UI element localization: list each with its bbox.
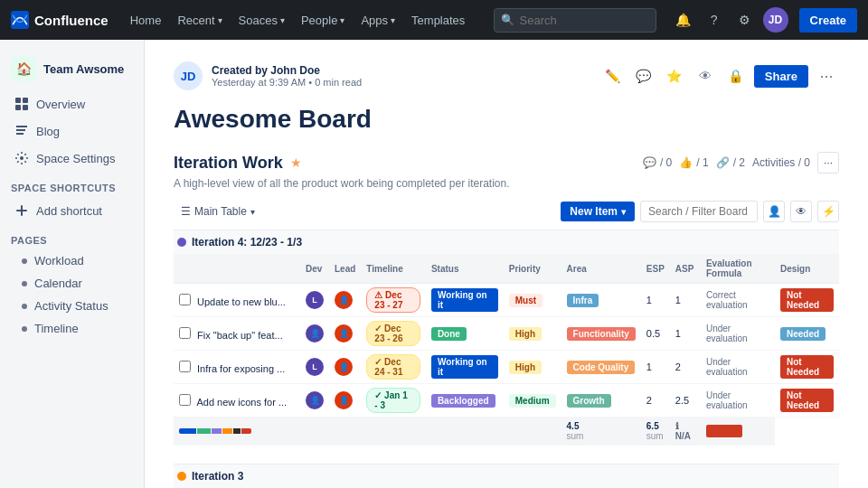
svg-rect-4 [23,105,28,110]
col-area: Area [561,254,641,284]
sidebar: 🏠 Team Awsome Overview Blog Space Settin… [0,40,145,488]
author-timestamp: Yesterday at 9:39 AM • 0 min read [212,77,362,88]
lead-cell: 👤 [329,317,361,351]
sidebar-item-space-settings[interactable]: Space Settings [4,145,140,172]
nav-home[interactable]: Home [123,10,169,31]
edit-button[interactable]: ✏️ [600,63,626,89]
avatar-filter-button[interactable]: 👤 [763,201,785,222]
iteration-work-header: Iteration Work ★ 💬 / 0 👍 / 1 🔗 / 2 Activ… [174,152,839,174]
nav-recent[interactable]: Recent ▾ [170,10,229,31]
iteration-3-block: Iteration 3 Dev Lead Timeline Status Pri… [174,464,839,488]
top-navigation: Confluence Home Recent ▾ Soaces ▾ People… [0,0,868,40]
meta-activities: Activities / 0 [752,156,810,169]
area-cell: Code Quality [561,351,641,384]
status-cell: Backlogged [426,384,504,418]
iteration-4-dot [177,238,186,247]
sidebar-item-calendar[interactable]: Calendar [0,272,144,295]
table-row[interactable]: Fix "back up" feat... 👤 👤 ✓ Dec 23 - 26 … [174,317,839,351]
bullet-dot [22,304,27,309]
add-shortcut-button[interactable]: Add shortcut [4,197,140,224]
priority-cell: Medium [504,384,561,418]
filter-button[interactable]: ⚡ [817,201,839,222]
search-input[interactable] [494,8,656,33]
meta-links: 🔗 / 2 [716,156,745,169]
dev-cell: 👤 [300,384,329,418]
logo-text: Confluence [34,13,108,28]
eval-cell: Correct evaluation [701,284,775,317]
task-checkbox[interactable] [179,327,191,339]
nav-apps[interactable]: Apps ▾ [354,10,402,31]
priority-cell: Must [504,284,561,317]
help-button[interactable]: ? [702,7,727,33]
eval-cell: Under evaluation [701,351,775,384]
nav-soaces[interactable]: Soaces ▾ [231,10,292,31]
sum-row: 4.5sum 6.5sum ℹ N/A [174,418,839,446]
table-icon: ☰ [181,205,191,218]
task-cell: Update to new blu... [174,284,300,317]
nav-templates[interactable]: Templates [404,10,472,31]
table-action-buttons: New Item ▾ 👤 👁 ⚡ [561,201,839,222]
col-status: Status [426,254,504,284]
author-bar: JD Created by John Doe Yesterday at 9:39… [174,61,839,90]
create-button[interactable]: Create [799,8,857,33]
restrict-button[interactable]: 🔒 [723,63,749,89]
settings-button[interactable]: ⚙ [732,7,758,33]
meta-comments: 💬 / 0 [643,156,672,169]
nav-icon-buttons: 🔔 ? ⚙ JD [671,7,788,33]
table-row[interactable]: Add new icons for ... 👤 👤 ✓ Jan 1 - 3 Ba… [174,384,839,418]
asp-cell: 1 [670,284,701,317]
bullet-dot [22,258,27,264]
iteration-4-table: Dev Lead Timeline Status Priority Area E… [174,254,839,446]
nav-people[interactable]: People ▾ [294,10,352,31]
task-checkbox[interactable] [179,361,191,372]
col-asp: ASP [670,254,701,284]
comment-button[interactable]: 💬 [631,63,656,89]
user-avatar-button[interactable]: JD [763,7,788,33]
team-name: Team Awsome [43,62,124,76]
dev-cell: L [300,351,329,384]
area-cell: Growth [561,384,641,418]
search-filter-input[interactable] [640,201,758,222]
more-options-iteration[interactable]: ··· [817,152,839,174]
sidebar-item-blog[interactable]: Blog [4,117,140,145]
eye-button[interactable]: 👁 [790,201,812,222]
task-cell: Add new icons for ... [174,384,300,418]
sidebar-item-activity-status[interactable]: Activity Status [0,295,144,317]
share-button[interactable]: Share [754,65,808,88]
new-item-button[interactable]: New Item ▾ [561,202,635,221]
lead-cell: 👤 [329,351,361,384]
add-icon [14,203,29,218]
nav-links: Home Recent ▾ Soaces ▾ People ▾ Apps ▾ T… [123,10,473,31]
author-avatar: JD [174,61,203,90]
esp-cell: 2 [641,384,670,418]
sum-esp: 4.5sum [561,418,641,446]
table-row[interactable]: Infra for exposing ... L 👤 ✓ Dec 24 - 31… [174,351,839,384]
link-icon: 🔗 [716,156,730,169]
favorite-star-icon[interactable]: ★ [290,155,302,170]
lead-cell: 👤 [329,384,361,418]
iteration-4-label: Iteration 4: 12/23 - 1/3 [192,236,302,249]
timeline-cell: ✓ Dec 24 - 31 [361,351,426,384]
timeline-cell: ✓ Dec 23 - 26 [361,317,426,351]
more-options-button[interactable]: ··· [814,63,839,89]
main-table-view-button[interactable]: ☰ Main Table ▾ [174,202,262,221]
star-button[interactable]: ⭐ [662,63,687,89]
iteration-3-label: Iteration 3 [192,470,243,483]
sidebar-item-timeline[interactable]: Timeline [0,317,144,340]
task-checkbox[interactable] [179,394,191,406]
app-logo[interactable]: Confluence [11,11,108,29]
design-cell: Not Needed [775,384,839,418]
status-cell: Done [426,317,504,351]
lead-cell: 👤 [329,284,361,317]
iteration-description: A high-level view of all the product wor… [174,177,839,190]
watch-button[interactable]: 👁 [693,63,718,89]
task-checkbox[interactable] [179,294,191,305]
settings-icon [14,151,29,165]
sidebar-item-workload[interactable]: Workload [0,249,144,272]
table-row[interactable]: Update to new blu... L 👤 ⚠ Dec 23 - 27 W… [174,284,839,317]
sidebar-item-overview[interactable]: Overview [4,90,140,117]
dev-cell: L [300,284,329,317]
area-cell: Infra [561,284,641,317]
overview-label: Overview [36,98,85,111]
notifications-button[interactable]: 🔔 [671,7,696,33]
